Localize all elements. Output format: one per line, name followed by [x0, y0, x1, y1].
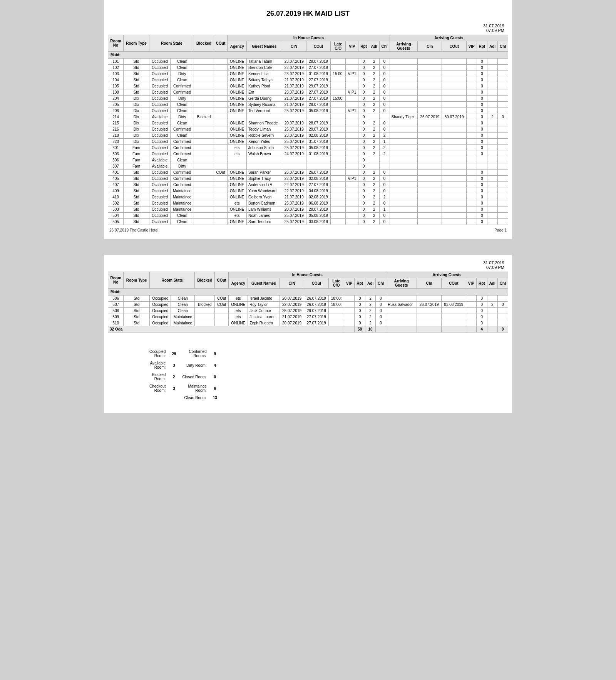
totals-row: 32 Oda 58 10 4 0 [108, 326, 508, 332]
table-row: 510 Std Occupied Maintaince ONLINE Zeph … [108, 320, 508, 326]
col-vip: VIP [346, 41, 358, 52]
table-row: 101 Std Occupied Clean ONLINE Tatiana Ta… [108, 59, 508, 65]
available-value: 3 [169, 359, 179, 371]
col-arr-cin: Cln [418, 41, 442, 52]
footer-right-1: Page 1 [494, 228, 507, 232]
table-row: 220 Dlx Occupied Confirmed ONLINE Xenon … [108, 139, 508, 145]
confirmed-value: 9 [210, 348, 220, 359]
summary-row-available: AvailableRoom: 3 Dirty Room: 4 [146, 359, 220, 371]
page-footer-1: 26.07.2019 The Castle Hotel Page 1 [108, 225, 508, 235]
checkout-label: CheckoutRoom: [146, 383, 169, 394]
table-row: 410 Std Occupied Maintaince ONLINE Gelbe… [108, 194, 508, 200]
table-row: 204 Dlx Occupied Dirty ONLINE Gerda Duon… [108, 96, 508, 102]
table-row: 102 Std Occupied Clean ONLINE Brendon Co… [108, 65, 508, 71]
col-agency-2: Agency [229, 278, 248, 289]
table-row: 509 Std Occupied Maintaince ets Jessica … [108, 314, 508, 320]
table-row: 504 Std Occupied Clean ets Noah James 25… [108, 213, 508, 219]
table-row: 502 Std Occupied Maintaince ets Burton C… [108, 200, 508, 207]
table-row: 409 Std Occupied Maintaince ONLINE Yann … [108, 188, 508, 194]
col-arriving: Arriving Guests [390, 35, 508, 41]
available-label: AvailableRoom: [146, 359, 169, 371]
col-in-house: In House Guests [228, 35, 390, 41]
col-chl: Chl [379, 41, 390, 52]
table-row: 214 Dlx Available Dirty Blocked 0 Shandy… [108, 114, 508, 120]
page-1: 26.07.2019 HK MAID LIST 31.07.201907:09 … [104, 0, 512, 239]
closed-label: Closed Room: [179, 371, 209, 383]
timestamp-2: 31.07.201907:09 PM [108, 259, 508, 272]
col-room-type: Room Type [123, 35, 149, 52]
summary-row-clean: Clean Room: 13 [146, 394, 220, 401]
col-blocked: Blocked [194, 35, 214, 52]
col-chl-2: Chl [376, 278, 386, 289]
col-cout2-2: COut [304, 278, 329, 289]
col-cin: CIN [282, 41, 306, 52]
table-row: 505 Std Occupied Clean ONLINE Sam Teodor… [108, 219, 508, 225]
occupied-value: 29 [169, 348, 179, 359]
main-table-2: RoomNo Room Type Room State Blocked COut… [108, 272, 508, 332]
page-divider [0, 247, 616, 255]
table-row: 303 Fam Occupied Confirmed ets Walsh Bro… [108, 151, 508, 157]
col-guest-names: Guest Names [246, 41, 282, 52]
table-row: 215 Dlx Occupied Clean ONLINE Shannon Th… [108, 120, 508, 126]
col-rpt-2: Rpt [355, 278, 365, 289]
maintaince-value: 6 [210, 383, 220, 394]
col-arr-cout: COut [442, 41, 466, 52]
col-room-state-2: Room State [150, 272, 195, 289]
table-row: 301 Fam Occupied Confirmed ets Johnson S… [108, 145, 508, 151]
col-cout: COut [214, 35, 228, 52]
clean-label: Clean Room: [179, 394, 209, 401]
col-cout2: COut [306, 41, 330, 52]
summary-row-blocked: BlockedRoom: 2 Closed Room: 0 [146, 371, 220, 383]
table-row: 506 Std Occupied Clean COut ets Israel J… [108, 296, 508, 302]
clean-value: 13 [210, 394, 220, 401]
blocked-value: 2 [169, 371, 179, 383]
summary-row-checkout: CheckoutRoom: 3 MaintainceRoom: 6 [146, 383, 220, 394]
col-arr-vip-2: VIP [466, 278, 476, 289]
table-row: 503 Std Occupied Maintaince ONLINE Lam W… [108, 207, 508, 213]
col-arriving-2: Arriving Guests [386, 272, 508, 278]
col-blocked-2: Blocked [195, 272, 215, 289]
col-late-co: LateC/O [331, 41, 346, 52]
timestamp-1: 31.07.201907:09 PM [108, 22, 508, 35]
table-row: 307 Fam Available Dirty 0 [108, 163, 508, 170]
table-row: 218 Dlx Occupied Clean ONLINE Robbie Sev… [108, 133, 508, 139]
col-adl-2: Adl [365, 278, 375, 289]
col-room-type-2: Room Type [124, 272, 150, 289]
col-adl: Adl [369, 41, 379, 52]
dirty-value: 4 [210, 359, 220, 371]
summary-section: OccupiedRoom: 29 ConfirmedRooms: 9 Avail… [108, 340, 508, 409]
blocked-label: BlockedRoom: [146, 371, 169, 383]
col-arriving-guests: ArrivingGuests [390, 41, 418, 52]
confirmed-label: ConfirmedRooms: [179, 348, 209, 359]
table-row: 507 Std Occupied Clean Blocked COut ONLI… [108, 302, 508, 308]
col-arr-adl-2: Adl [487, 278, 497, 289]
footer-left-1: 26.07.2019 The Castle Hotel [109, 228, 158, 232]
col-room-no-2: RoomNo [108, 272, 124, 289]
col-in-house-2: In House Guests [229, 272, 386, 278]
table-row: 105 Std Occupied Confirmed ONLINE Kathey… [108, 83, 508, 89]
occupied-label: OccupiedRoom: [146, 348, 169, 359]
col-arr-vip: VIP [466, 41, 477, 52]
col-arr-cout-2: COut [441, 278, 466, 289]
col-agency: Agency [228, 41, 247, 52]
col-cin-2: CIN [280, 278, 304, 289]
col-rpt: Rpt [358, 41, 369, 52]
maid-section-header: Maid: [108, 52, 508, 59]
checkout-value: 3 [169, 383, 179, 394]
col-arr-cin-2: Cln [417, 278, 442, 289]
table-row: 104 Std Occupied Clean ONLINE Britany Ta… [108, 77, 508, 83]
table-row: 108 Std Occupied Confirmed ONLINE Em 23.… [108, 89, 508, 96]
table-row: 205 Dlx Occupied Clean ONLINE Sydney Rox… [108, 102, 508, 108]
col-room-state: Room State [149, 35, 194, 52]
main-table-1: RoomNo Room Type Room State Blocked COut… [108, 35, 508, 225]
table-row: 405 Std Occupied Confirmed ONLINE Sophie… [108, 176, 508, 182]
col-arriving-guests-2: ArrivingGuests [386, 278, 417, 289]
col-arr-chl: Chl [497, 41, 508, 52]
table-row: 216 Dlx Occupied Confirmed ONLINE Teddy … [108, 126, 508, 133]
page-title: 26.07.2019 HK MAID LIST [108, 4, 508, 22]
table-row: 103 Std Occupied Dirty ONLINE Kennedi Li… [108, 71, 508, 77]
col-vip-2: VIP [344, 278, 355, 289]
table-row: 306 Fam Available Clean 0 [108, 157, 508, 163]
maintaince-label: MaintainceRoom: [179, 383, 209, 394]
closed-value: 0 [210, 371, 220, 383]
